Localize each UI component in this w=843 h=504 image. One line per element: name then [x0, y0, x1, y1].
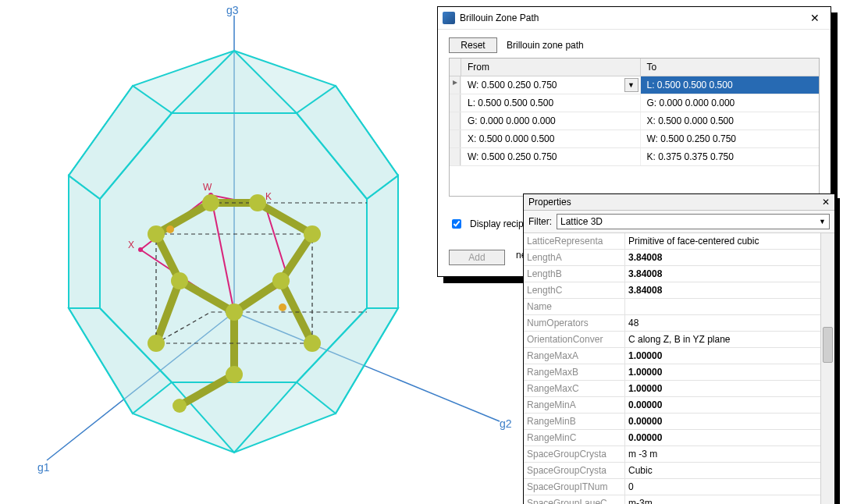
column-from[interactable]: From	[461, 59, 640, 76]
svg-point-32	[304, 225, 321, 243]
dialog-titlebar[interactable]: Brillouin Zone Path ✕	[438, 7, 831, 30]
property-value[interactable]: 3.84008	[625, 250, 820, 265]
property-value[interactable]: C along Z, B in YZ plane	[625, 332, 820, 347]
row-indicator	[450, 148, 461, 165]
svg-point-27	[171, 272, 188, 289]
scrollbar[interactable]	[820, 233, 834, 504]
cell-from[interactable]: W: 0.500 0.250 0.750	[461, 148, 640, 165]
property-value[interactable]: 0	[625, 479, 820, 495]
property-row[interactable]: LatticeRepresentaPrimitive of face-cente…	[524, 233, 820, 250]
property-value[interactable]: 0.00000	[625, 397, 820, 413]
property-row[interactable]: LengthA3.84008	[524, 250, 820, 266]
property-row[interactable]: RangeMinC0.00000	[524, 430, 820, 446]
table-row[interactable]: X: 0.500 0.000 0.500W: 0.500 0.250 0.750	[450, 130, 819, 148]
cell-to[interactable]: K: 0.375 0.375 0.750	[640, 148, 820, 165]
table-row[interactable]: L: 0.500 0.500 0.500G: 0.000 0.000 0.000	[450, 94, 819, 112]
property-key: SpaceGroupITNum	[524, 479, 625, 495]
cell-to[interactable]: L: 0.500 0.500 0.500	[640, 76, 820, 94]
property-key: LatticeRepresenta	[524, 233, 625, 249]
property-row[interactable]: SpaceGroupITNum0	[524, 479, 820, 495]
cell-from[interactable]: L: 0.500 0.500 0.500	[461, 94, 640, 112]
cell-from[interactable]: G: 0.000 0.000 0.000	[461, 112, 640, 130]
property-key: NumOperators	[524, 315, 625, 331]
property-row[interactable]: RangeMaxB1.00000	[524, 364, 820, 381]
property-key: RangeMaxC	[524, 381, 625, 396]
property-value[interactable]: 3.84008	[625, 266, 820, 282]
property-value[interactable]	[625, 299, 820, 314]
property-row[interactable]: LengthC3.84008	[524, 282, 820, 299]
dialog-subtitle: Brillouin zone path	[507, 40, 584, 51]
property-key: LengthB	[524, 266, 625, 282]
properties-panel: Properties ✕ Filter: Lattice 3D ▼ Lattic…	[523, 193, 835, 504]
property-key: RangeMinB	[524, 413, 625, 429]
filter-dropdown[interactable]: Lattice 3D ▼	[557, 214, 830, 229]
svg-point-33	[202, 194, 219, 211]
property-row[interactable]: SpaceGroupCrystaCubic	[524, 463, 820, 479]
property-row[interactable]: SpaceGroupLaueCm-3m	[524, 495, 820, 504]
property-row[interactable]: OrientationConverC along Z, B in YZ plan…	[524, 332, 820, 348]
row-indicator: ▸	[450, 76, 461, 94]
property-key: RangeMinA	[524, 397, 625, 413]
property-value[interactable]: 48	[625, 315, 820, 331]
property-row[interactable]: Name	[524, 299, 820, 315]
display-reciprocal-checkbox[interactable]	[452, 219, 461, 229]
properties-title: Properties	[528, 197, 817, 208]
properties-close-button[interactable]: ✕	[817, 196, 830, 208]
property-row[interactable]: SpaceGroupCrystam -3 m	[524, 446, 820, 463]
property-value[interactable]: Primitive of face-centered cubic	[625, 233, 820, 249]
cell-to[interactable]: W: 0.500 0.250 0.750	[640, 130, 820, 147]
property-value[interactable]: m-3m	[625, 495, 820, 504]
property-value[interactable]: Cubic	[625, 463, 820, 478]
property-key: OrientationConver	[524, 332, 625, 347]
add-button[interactable]: Add	[449, 250, 505, 265]
reset-button[interactable]: Reset	[449, 37, 497, 53]
point-K-label: K	[265, 191, 272, 202]
property-key: LengthA	[524, 250, 625, 265]
property-value[interactable]: 1.00000	[625, 348, 820, 364]
property-row[interactable]: LengthB3.84008	[524, 266, 820, 282]
property-key: Name	[524, 299, 625, 314]
property-key: RangeMinC	[524, 430, 625, 445]
table-row[interactable]: G: 0.000 0.000 0.000X: 0.500 0.000 0.500	[450, 112, 819, 130]
svg-point-15	[138, 247, 143, 252]
cell-from[interactable]: W: 0.500 0.250 0.750▼	[461, 76, 640, 94]
cell-from[interactable]: X: 0.500 0.000 0.500	[461, 130, 640, 147]
property-key: SpaceGroupCrysta	[524, 463, 625, 478]
property-row[interactable]: RangeMinB0.00000	[524, 413, 820, 430]
table-row[interactable]: W: 0.500 0.250 0.750K: 0.375 0.375 0.750	[450, 148, 819, 166]
property-row[interactable]: RangeMaxA1.00000	[524, 348, 820, 364]
svg-point-39	[166, 225, 174, 233]
chevron-down-icon[interactable]: ▼	[624, 78, 638, 92]
property-value[interactable]: 0.00000	[625, 430, 820, 445]
scrollbar-thumb[interactable]	[823, 327, 833, 363]
svg-point-36	[304, 335, 321, 352]
property-value[interactable]: 3.84008	[625, 282, 820, 298]
property-value[interactable]: 1.00000	[625, 364, 820, 380]
svg-point-34	[249, 194, 266, 211]
property-row[interactable]: NumOperators48	[524, 315, 820, 332]
close-button[interactable]: ✕	[804, 10, 826, 26]
path-table[interactable]: From To ▸W: 0.500 0.250 0.750▼L: 0.500 0…	[449, 58, 820, 197]
property-row[interactable]: RangeMinA0.00000	[524, 397, 820, 413]
property-key: SpaceGroupCrysta	[524, 446, 625, 462]
row-indicator	[450, 112, 461, 130]
axis-g2-label: g2	[500, 417, 512, 430]
row-indicator	[450, 94, 461, 112]
property-value[interactable]: 0.00000	[625, 413, 820, 429]
dialog-title: Brillouin Zone Path	[460, 12, 799, 23]
svg-point-38	[279, 303, 286, 311]
property-key: SpaceGroupLaueC	[524, 495, 625, 504]
svg-point-35	[148, 335, 165, 352]
property-value[interactable]: 1.00000	[625, 381, 820, 396]
column-to[interactable]: To	[640, 59, 820, 76]
cell-to[interactable]: X: 0.500 0.000 0.500	[640, 112, 820, 130]
cell-to[interactable]: G: 0.000 0.000 0.000	[640, 94, 820, 112]
properties-titlebar[interactable]: Properties ✕	[524, 194, 834, 211]
property-row[interactable]: RangeMaxC1.00000	[524, 381, 820, 397]
point-W-label: W	[203, 182, 212, 193]
property-value[interactable]: m -3 m	[625, 446, 820, 462]
property-key: RangeMaxB	[524, 364, 625, 380]
svg-point-28	[226, 303, 243, 321]
table-row[interactable]: ▸W: 0.500 0.250 0.750▼L: 0.500 0.500 0.5…	[450, 76, 819, 94]
svg-point-29	[272, 272, 290, 289]
